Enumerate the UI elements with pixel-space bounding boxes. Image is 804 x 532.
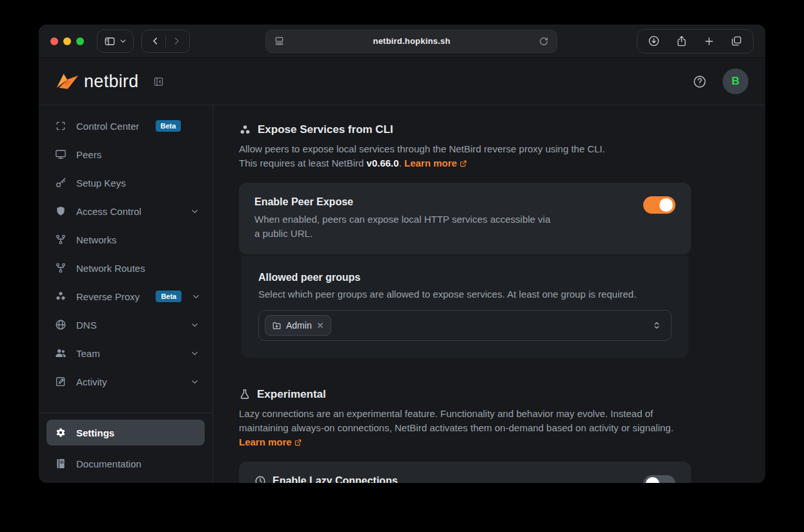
external-link-icon xyxy=(294,438,302,447)
activity-icon xyxy=(55,376,67,387)
close-window-button[interactable] xyxy=(50,37,58,45)
learn-more-label: Learn more xyxy=(239,436,292,447)
chevron-down-icon xyxy=(190,207,200,216)
dns-icon xyxy=(55,319,67,331)
browser-sidebar-toggle[interactable] xyxy=(97,30,134,53)
period-text: . xyxy=(399,158,404,169)
downloads-icon[interactable] xyxy=(648,35,660,47)
sidebar-item-label: Networks xyxy=(76,234,117,245)
netbird-bird-icon xyxy=(56,72,79,91)
new-tab-icon[interactable] xyxy=(703,36,715,47)
sidebar-item-label: Team xyxy=(76,348,100,359)
url-text[interactable]: netbird.hopkins.sh xyxy=(285,36,539,46)
enable-lazy-connections-toggle[interactable] xyxy=(643,475,675,483)
chevron-down-icon xyxy=(190,320,200,330)
access-control-icon xyxy=(55,205,67,217)
sidebar-footer: Settings Documentation xyxy=(39,406,212,483)
header-right: B xyxy=(692,68,748,94)
learn-more-link[interactable]: Learn more xyxy=(239,436,302,447)
sidebar-item-activity[interactable]: Activity xyxy=(39,367,212,396)
sidebar-item-network-routes[interactable]: Network Routes xyxy=(39,254,212,282)
sidebar-item-settings[interactable]: Settings xyxy=(46,420,205,445)
experimental-section-description: Lazy connections are an experimental fea… xyxy=(239,407,691,449)
network-routes-icon xyxy=(55,262,67,274)
chevrons-up-down-icon xyxy=(652,320,662,331)
peer-groups-select[interactable]: Admin xyxy=(258,310,672,341)
main-content: Expose Services from CLI Allow peers to … xyxy=(213,105,765,483)
netbird-logo[interactable]: netbird xyxy=(56,72,164,92)
sidebar-item-label: Setup Keys xyxy=(76,178,126,189)
card-title: Enable Lazy Connections xyxy=(273,475,398,483)
chevron-down-icon xyxy=(190,349,200,358)
expose-section-description: Allow peers to expose local services thr… xyxy=(239,142,691,170)
nav-buttons xyxy=(141,30,190,53)
sidebar-item-documentation[interactable]: Documentation xyxy=(39,449,212,478)
chevron-down-icon xyxy=(191,292,201,302)
sidebar-item-label: DNS xyxy=(76,320,97,331)
allowed-peer-groups-title: Allowed peer groups xyxy=(258,272,672,283)
cluster-icon xyxy=(239,124,251,136)
folder-icon xyxy=(272,321,282,331)
reload-icon[interactable] xyxy=(539,36,549,46)
toggle-knob xyxy=(646,477,659,483)
browser-toolbar: netbird.hopkins.sh xyxy=(39,25,765,58)
address-bar[interactable]: netbird.hopkins.sh xyxy=(265,30,557,53)
tabs-overview-icon[interactable] xyxy=(730,35,743,47)
traffic-lights xyxy=(50,37,84,45)
enable-peer-expose-card: Enable Peer Expose When enabled, peers c… xyxy=(239,183,691,254)
back-button[interactable] xyxy=(145,32,165,50)
group-tag-admin: Admin xyxy=(265,315,331,336)
sidebar-item-dns[interactable]: DNS xyxy=(39,311,212,339)
logo-text: netbird xyxy=(84,72,139,92)
description-text: Lazy connections are an experimental fea… xyxy=(239,408,674,433)
forward-button[interactable] xyxy=(166,32,187,50)
toggle-knob xyxy=(659,198,673,212)
help-icon[interactable] xyxy=(692,74,707,89)
clock-icon xyxy=(254,475,266,483)
beta-badge: Beta xyxy=(156,120,181,132)
card-title: Enable Peer Expose xyxy=(254,196,551,208)
description-line1: Allow peers to expose local services thr… xyxy=(239,143,605,154)
sidebar-item-networks[interactable]: Networks xyxy=(39,225,212,254)
sidebar-item-label: Settings xyxy=(76,427,114,438)
sidebar-item-setup-keys[interactable]: Setup Keys xyxy=(39,169,212,197)
minimize-window-button[interactable] xyxy=(63,37,71,45)
allowed-peer-groups-description: Select which peer groups are allowed to … xyxy=(258,289,672,300)
card-description: When enabled, peers can expose local HTT… xyxy=(254,212,551,241)
group-tag-label: Admin xyxy=(286,320,312,331)
browser-action-buttons xyxy=(637,29,754,54)
remove-group-icon[interactable] xyxy=(316,322,324,329)
browser-window: netbird.hopkins.sh netbird xyxy=(39,25,765,483)
sidebar-item-team[interactable]: Team xyxy=(39,339,212,367)
sidebar-item-label: Network Routes xyxy=(76,263,145,274)
sidebar-item-label: Access Control xyxy=(76,206,141,217)
chevron-down-icon xyxy=(190,377,200,387)
sidebar-item-peers[interactable]: Peers xyxy=(39,140,212,169)
share-icon[interactable] xyxy=(675,35,688,47)
beta-badge: Beta xyxy=(156,291,181,302)
flask-icon xyxy=(239,389,251,400)
avatar-letter: B xyxy=(732,75,739,88)
avatar[interactable]: B xyxy=(723,68,748,94)
sidebar-item-label: Peers xyxy=(76,149,101,160)
external-link-icon xyxy=(459,159,468,168)
learn-more-label: Learn more xyxy=(404,158,457,169)
section-title: Expose Services from CLI xyxy=(258,123,393,136)
requires-text: This requires at least NetBird xyxy=(239,158,367,169)
enable-peer-expose-toggle[interactable] xyxy=(643,196,675,214)
sidebar-item-reverse-proxy[interactable]: Reverse Proxy Beta xyxy=(39,282,212,311)
sidebar-item-access-control[interactable]: Access Control xyxy=(39,197,212,225)
sidebar-item-label: Activity xyxy=(76,376,107,387)
settings-icon xyxy=(55,427,67,438)
sidebar-divider xyxy=(39,413,212,413)
zoom-window-button[interactable] xyxy=(76,37,84,45)
learn-more-link[interactable]: Learn more xyxy=(404,158,468,169)
setup-keys-icon xyxy=(55,177,67,189)
sidebar-item-label: Control Center xyxy=(76,121,139,132)
sidebar-item-control-center[interactable]: Control Center Beta xyxy=(39,112,212,140)
sidebar-item-label: Reverse Proxy xyxy=(76,291,139,302)
sidebar-panel-icon xyxy=(104,36,116,47)
networks-icon xyxy=(55,234,67,245)
panel-collapse-icon[interactable] xyxy=(153,76,164,87)
reader-icon[interactable] xyxy=(274,36,285,46)
